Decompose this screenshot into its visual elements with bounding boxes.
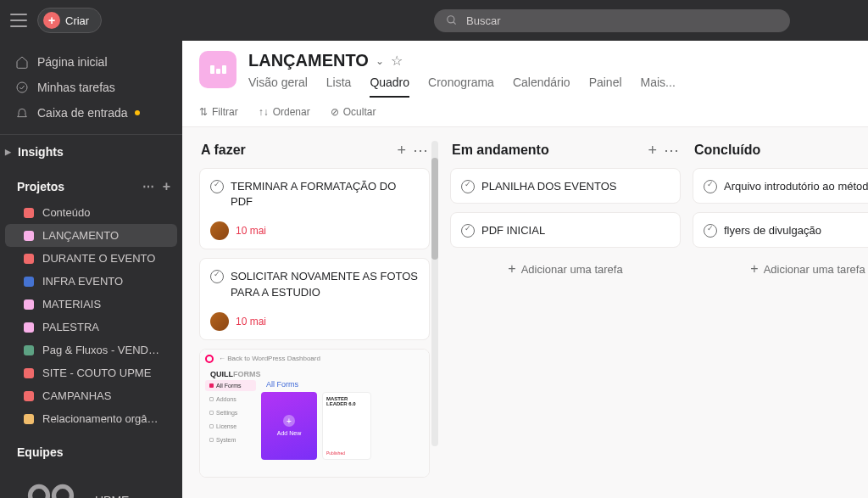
project-color-icon xyxy=(199,51,236,88)
sidebar-project-item[interactable]: Pag & Fluxos - VENDAS xyxy=(5,339,177,361)
tab[interactable]: Painel xyxy=(589,76,622,98)
project-label: PALESTRA xyxy=(42,321,99,333)
tab[interactable]: Visão geral xyxy=(248,76,308,98)
sort-label: Ordenar xyxy=(273,106,310,118)
sidebar-project-item[interactable]: SITE - COUTO UPME xyxy=(5,361,177,384)
projects-label: Projetos xyxy=(17,180,64,193)
project-header: LANÇAMENTO ⌄ ☆ Visão geralListaQuadroCro… xyxy=(182,41,868,98)
task-card[interactable]: PDF INICIAL xyxy=(450,212,681,248)
complete-check-icon[interactable] xyxy=(210,180,224,193)
scrollbar[interactable] xyxy=(431,141,438,446)
tab[interactable]: Mais... xyxy=(641,76,676,98)
column-header: A fazer + ⋯ xyxy=(199,141,430,168)
thumb-side-item: Settings xyxy=(205,407,256,418)
thumb-side-item: Addons xyxy=(205,394,256,405)
tab[interactable]: Cronograma xyxy=(428,76,494,98)
sidebar: Página inicial Minhas tarefas Caixa de e… xyxy=(0,41,182,498)
sidebar-mytasks[interactable]: Minhas tarefas xyxy=(0,75,182,100)
sidebar-teams-section[interactable]: Equipes xyxy=(0,439,182,466)
task-card-attachment[interactable]: ← Back to WordPress Dashboard QUILLFORMS… xyxy=(199,349,430,478)
project-color-dot xyxy=(24,208,34,218)
home-icon xyxy=(15,55,29,69)
sidebar-project-item[interactable]: Conteúdo xyxy=(5,201,177,224)
team-item[interactable]: UPME Experience ▸ xyxy=(0,466,182,498)
complete-check-icon[interactable] xyxy=(461,224,475,238)
board: A fazer + ⋯ TERMINAR A FORMATAÇÃO DO PDF… xyxy=(182,127,868,498)
column-title[interactable]: Em andamento xyxy=(452,143,641,158)
task-card[interactable]: TERMINAR A FORMATAÇÃO DO PDF 10 mai xyxy=(199,168,430,249)
add-project-icon[interactable]: + xyxy=(163,179,170,194)
complete-check-icon[interactable] xyxy=(704,180,717,193)
plus-icon: + xyxy=(508,261,515,277)
main: Página inicial Minhas tarefas Caixa de e… xyxy=(0,41,868,498)
complete-check-icon[interactable] xyxy=(210,270,224,283)
thumb-add-tile: +Add New xyxy=(261,392,317,460)
board-column: A fazer + ⋯ TERMINAR A FORMATAÇÃO DO PDF… xyxy=(199,141,430,484)
search-input[interactable]: Buscar xyxy=(434,9,790,32)
add-task-button[interactable]: +Adicionar uma tarefa xyxy=(450,253,681,285)
column-more-icon[interactable]: ⋯ xyxy=(664,141,679,159)
caret-icon: ▶ xyxy=(5,148,11,156)
tab[interactable]: Quadro xyxy=(370,76,409,98)
sidebar-project-item[interactable]: DURANTE O EVENTO xyxy=(5,247,177,270)
tab[interactable]: Lista xyxy=(326,76,352,98)
sidebar-project-item[interactable]: INFRA EVENTO xyxy=(5,270,177,293)
sidebar-home[interactable]: Página inicial xyxy=(0,49,182,75)
column-title[interactable]: A fazer xyxy=(201,143,390,158)
column-header: Em andamento + ⋯ xyxy=(450,141,681,168)
project-label: INFRA EVENTO xyxy=(42,275,123,288)
topbar: + Criar Buscar xyxy=(0,0,868,41)
star-icon[interactable]: ☆ xyxy=(391,53,403,69)
column-title[interactable]: Concluído xyxy=(694,143,868,158)
plus-icon: + xyxy=(43,12,60,29)
complete-check-icon[interactable] xyxy=(704,224,717,238)
sidebar-project-item[interactable]: Relacionamento orgânico xyxy=(5,407,177,430)
svg-point-2 xyxy=(17,82,27,92)
sidebar-project-item[interactable]: LANÇAMENTO xyxy=(5,224,177,247)
task-card[interactable]: flyers de divulgação xyxy=(693,212,868,248)
task-card[interactable]: Arquivo introdutório ao método novo xyxy=(693,168,868,204)
project-color-dot xyxy=(24,414,34,424)
sidebar-project-item[interactable]: PALESTRA xyxy=(5,316,177,339)
more-icon[interactable]: ⋯ xyxy=(142,180,154,193)
sort-button[interactable]: ↑↓Ordenar xyxy=(259,106,310,118)
task-card[interactable]: PLANILHA DOS EVENTOS xyxy=(450,168,681,204)
sidebar-inbox[interactable]: Caixa de entrada xyxy=(0,100,182,126)
sidebar-insights-section[interactable]: ▶ Insights xyxy=(0,134,182,165)
task-title: Arquivo introdutório ao método novo xyxy=(724,179,868,194)
board-column: Concluído + ⋯ Arquivo introdutório ao mé… xyxy=(693,141,868,484)
filter-label: Filtrar xyxy=(212,106,238,118)
chevron-down-icon[interactable]: ⌄ xyxy=(376,55,384,67)
project-color-dot xyxy=(24,231,34,241)
due-date: 10 mai xyxy=(236,225,266,237)
project-list: ConteúdoLANÇAMENTODURANTE O EVENTOINFRA … xyxy=(0,201,182,430)
insights-label: Insights xyxy=(18,145,64,159)
sidebar-project-item[interactable]: MATERIAIS xyxy=(5,293,177,316)
hide-button[interactable]: ⊘Ocultar xyxy=(331,106,376,118)
sidebar-inbox-label: Caixa de entrada xyxy=(37,106,128,120)
sidebar-project-item[interactable]: CAMPANHAS xyxy=(5,384,177,407)
project-color-dot xyxy=(24,391,34,401)
board-column: Em andamento + ⋯ PLANILHA DOS EVENTOS PD… xyxy=(450,141,681,484)
filter-button[interactable]: ⇅Filtrar xyxy=(199,106,238,118)
project-label: Pag & Fluxos - VENDAS xyxy=(42,344,162,356)
sidebar-mytasks-label: Minhas tarefas xyxy=(37,81,115,94)
add-task-icon[interactable]: + xyxy=(648,142,657,159)
task-title: flyers de divulgação xyxy=(724,223,821,238)
add-task-button[interactable]: +Adicionar uma tarefa xyxy=(693,253,868,285)
menu-toggle-icon[interactable] xyxy=(10,14,27,27)
thumb-side-item: System xyxy=(205,434,256,445)
sidebar-projects-section[interactable]: Projetos ⋯ + xyxy=(0,172,182,201)
add-task-icon[interactable]: + xyxy=(397,142,406,159)
card-list: Arquivo introdutório ao método novo flye… xyxy=(693,168,868,248)
board-toolbar: ⇅Filtrar ↑↓Ordenar ⊘Ocultar xyxy=(182,98,868,127)
project-color-dot xyxy=(24,368,34,378)
complete-check-icon[interactable] xyxy=(461,180,475,193)
tab[interactable]: Calendário xyxy=(513,76,570,98)
avatar xyxy=(210,221,229,240)
task-card[interactable]: SOLICITAR NOVAMENTE AS FOTOS PARA A ESTU… xyxy=(199,258,430,339)
thumb-side-item: All Forms xyxy=(205,380,256,391)
column-more-icon[interactable]: ⋯ xyxy=(413,141,428,159)
create-button[interactable]: + Criar xyxy=(37,8,102,33)
svg-point-0 xyxy=(448,16,454,23)
